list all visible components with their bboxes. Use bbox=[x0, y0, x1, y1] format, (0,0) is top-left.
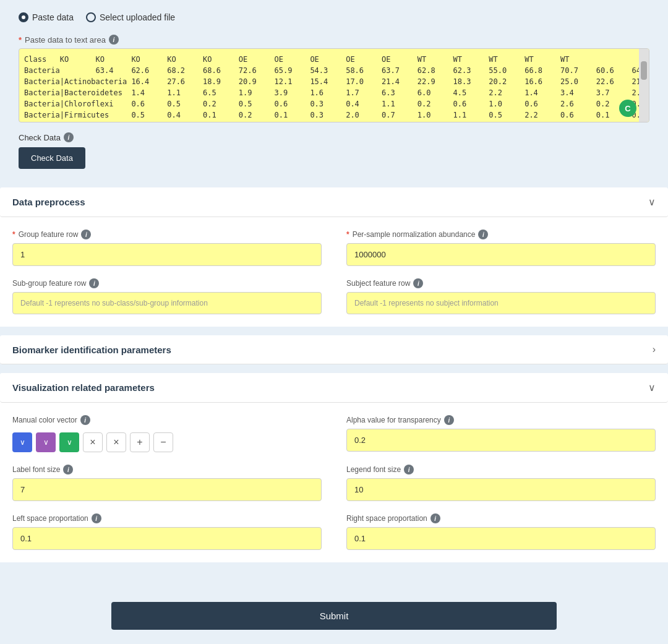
color-x-button-1[interactable]: × bbox=[83, 432, 103, 452]
color-swatch-purple[interactable]: ∨ bbox=[36, 432, 56, 452]
alpha-info-icon[interactable]: i bbox=[444, 415, 454, 425]
scroll-thumb bbox=[641, 61, 647, 80]
sub-group-label: Sub-group feature row i bbox=[12, 278, 322, 288]
check-data-info-icon[interactable]: i bbox=[64, 132, 74, 142]
color-x-icon-1: × bbox=[90, 437, 95, 448]
paste-data-radio[interactable] bbox=[19, 12, 28, 22]
data-preprocess-grid: * Group feature row i 1 * Per-sample nor… bbox=[12, 230, 656, 314]
alpha-label-text: Alpha value for transparency bbox=[346, 416, 441, 424]
scroll-bar bbox=[639, 49, 649, 122]
divider-2 bbox=[0, 329, 668, 335]
color-x-icon-2: × bbox=[113, 437, 119, 448]
label-font-size-info-icon[interactable]: i bbox=[63, 465, 73, 474]
remove-color-button[interactable]: − bbox=[153, 432, 173, 452]
visualization-chevron-icon: ∨ bbox=[648, 382, 656, 393]
group-feature-label-text: Group feature row bbox=[19, 230, 79, 239]
visualization-grid: Manual color vector i ∨ ∨ ∨ × bbox=[12, 415, 656, 550]
color-swatch-purple-arrow: ∨ bbox=[43, 438, 49, 447]
paste-textarea[interactable]: Class KO KO KO KO KO OE OE OE OE OE WT W… bbox=[19, 49, 649, 122]
submit-button[interactable]: Submit bbox=[111, 602, 557, 630]
check-data-button[interactable]: Check Data bbox=[19, 147, 85, 169]
per-sample-required-star: * bbox=[346, 230, 349, 239]
right-space-label: Right space proportation i bbox=[346, 513, 656, 523]
left-space-field: Left space proportation i 0.1 bbox=[12, 513, 322, 550]
color-swatch-blue[interactable]: ∨ bbox=[12, 432, 32, 452]
legend-font-size-label: Legend font size i bbox=[346, 465, 656, 474]
label-font-size-field: Label font size i 7 bbox=[12, 465, 322, 501]
right-space-info-icon[interactable]: i bbox=[430, 513, 440, 523]
check-data-label: Check Data i bbox=[19, 132, 649, 142]
biomarker-section: Biomarker identification parameters › bbox=[0, 335, 668, 364]
data-preprocess-content: * Group feature row i 1 * Per-sample nor… bbox=[0, 217, 668, 327]
group-feature-required-star: * bbox=[12, 230, 15, 239]
legend-font-size-input[interactable]: 10 bbox=[346, 478, 656, 501]
sub-group-input[interactable]: Default -1 represents no sub-class/sub-g… bbox=[12, 292, 322, 314]
biomarker-header[interactable]: Biomarker identification parameters › bbox=[0, 335, 668, 364]
subject-info-icon[interactable]: i bbox=[413, 278, 423, 288]
check-data-label-text: Check Data bbox=[19, 133, 61, 142]
manual-color-label: Manual color vector i bbox=[12, 415, 322, 425]
per-sample-normalization-field: * Per-sample normalization abundance i 1… bbox=[346, 230, 656, 266]
sub-group-info-icon[interactable]: i bbox=[89, 278, 99, 288]
group-feature-info-icon[interactable]: i bbox=[81, 230, 91, 239]
paste-textarea-wrapper: Class KO KO KO KO KO OE OE OE OE OE WT W… bbox=[19, 48, 649, 122]
avatar: C bbox=[619, 100, 636, 117]
data-preprocess-title: Data preprocess bbox=[12, 197, 85, 207]
right-space-label-text: Right space proportation bbox=[346, 514, 427, 523]
sub-group-label-text: Sub-group feature row bbox=[12, 279, 86, 288]
upload-file-option[interactable]: Select uploaded file bbox=[86, 12, 175, 22]
subject-input[interactable]: Default -1 represents no subject informa… bbox=[346, 292, 656, 314]
visualization-title: Visualization related parameters bbox=[12, 382, 155, 393]
label-font-size-label-text: Label font size bbox=[12, 465, 60, 474]
biomarker-title: Biomarker identification parameters bbox=[12, 345, 171, 355]
paste-area-label: * Paste data to text area i bbox=[19, 35, 649, 45]
upload-file-label: Select uploaded file bbox=[100, 12, 175, 22]
group-feature-row-field: * Group feature row i 1 bbox=[12, 230, 322, 266]
divider-3 bbox=[0, 367, 668, 373]
submit-section: Submit bbox=[0, 590, 668, 642]
color-swatch-green[interactable]: ∨ bbox=[59, 432, 79, 452]
data-source-selector: Paste data Select uploaded file bbox=[19, 12, 649, 22]
subject-feature-row-field: Subject feature row i Default -1 represe… bbox=[346, 278, 656, 314]
bottom-spacer bbox=[0, 565, 668, 590]
subject-label: Subject feature row i bbox=[346, 278, 656, 288]
data-preprocess-header[interactable]: Data preprocess ∨ bbox=[0, 187, 668, 217]
legend-font-size-label-text: Legend font size bbox=[346, 465, 401, 474]
paste-data-option[interactable]: Paste data bbox=[19, 12, 74, 22]
alpha-transparency-field: Alpha value for transparency i 0.2 bbox=[346, 415, 656, 452]
right-space-input[interactable]: 0.1 bbox=[346, 527, 656, 550]
color-vector-row: ∨ ∨ ∨ × × + bbox=[12, 432, 322, 452]
alpha-input[interactable]: 0.2 bbox=[346, 429, 656, 452]
per-sample-input[interactable]: 1000000 bbox=[346, 243, 656, 266]
upload-file-radio[interactable] bbox=[86, 12, 96, 22]
group-feature-row-label: * Group feature row i bbox=[12, 230, 322, 239]
biomarker-chevron-icon: › bbox=[653, 344, 656, 355]
label-font-size-label: Label font size i bbox=[12, 465, 322, 474]
legend-font-size-info-icon[interactable]: i bbox=[404, 465, 414, 474]
right-space-field: Right space proportation i 0.1 bbox=[346, 513, 656, 550]
left-space-info-icon[interactable]: i bbox=[92, 513, 101, 523]
paste-data-label: Paste data bbox=[32, 12, 74, 22]
required-star: * bbox=[19, 35, 22, 45]
per-sample-info-icon[interactable]: i bbox=[478, 230, 488, 239]
divider-1 bbox=[0, 181, 668, 187]
sub-group-feature-row-field: Sub-group feature row i Default -1 repre… bbox=[12, 278, 322, 314]
remove-color-icon: − bbox=[160, 437, 166, 448]
paste-area-info-icon[interactable]: i bbox=[109, 35, 119, 45]
legend-font-size-field: Legend font size i 10 bbox=[346, 465, 656, 501]
check-data-section: Check Data i Check Data bbox=[19, 132, 649, 169]
color-swatch-green-arrow: ∨ bbox=[67, 438, 72, 447]
left-space-input[interactable]: 0.1 bbox=[12, 527, 322, 550]
manual-color-info-icon[interactable]: i bbox=[80, 415, 90, 425]
color-swatch-blue-arrow: ∨ bbox=[20, 438, 25, 447]
group-feature-input[interactable]: 1 bbox=[12, 243, 322, 266]
add-color-icon: + bbox=[137, 437, 142, 448]
subject-label-text: Subject feature row bbox=[346, 279, 410, 288]
per-sample-label-text: Per-sample normalization abundance bbox=[353, 230, 476, 239]
left-space-label: Left space proportation i bbox=[12, 513, 322, 523]
visualization-header[interactable]: Visualization related parameters ∨ bbox=[0, 373, 668, 403]
label-font-size-input[interactable]: 7 bbox=[12, 478, 322, 501]
data-preprocess-chevron-icon: ∨ bbox=[648, 196, 656, 208]
color-x-button-2[interactable]: × bbox=[106, 432, 126, 452]
add-color-button[interactable]: + bbox=[130, 432, 150, 452]
